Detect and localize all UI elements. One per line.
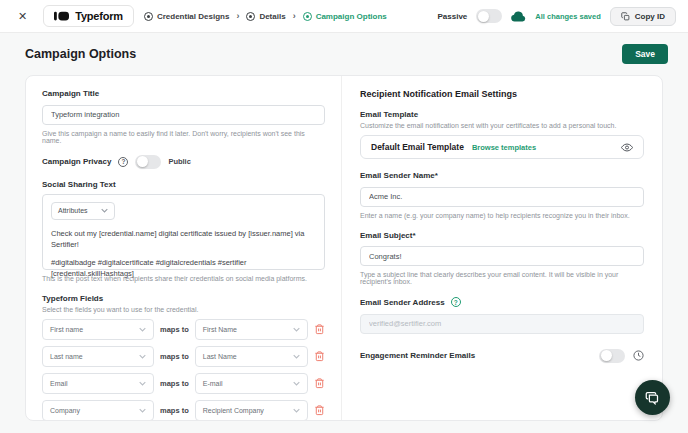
typeform-fields-label: Typeform Fields: [42, 294, 325, 303]
copy-icon: [621, 12, 630, 21]
attributes-dropdown-value: Attributes: [58, 207, 88, 214]
privacy-info-icon[interactable]: ?: [118, 157, 128, 167]
delete-mapping-button[interactable]: [314, 377, 325, 389]
step-circle-icon: [303, 12, 312, 21]
chevron-right-icon: ›: [236, 11, 239, 21]
reminder-emails-toggle[interactable]: [599, 349, 625, 363]
copy-id-label: Copy ID: [635, 12, 665, 21]
chevron-down-icon: [139, 408, 146, 413]
top-bar: ✕ Typeform Credential Designs › Details …: [0, 0, 688, 33]
step-circle-icon: [246, 12, 255, 21]
browse-templates-link[interactable]: Browse templates: [472, 143, 536, 152]
source-field-select[interactable]: First name: [42, 319, 154, 340]
close-icon[interactable]: ✕: [12, 8, 33, 25]
source-field-value: Last name: [50, 353, 83, 360]
email-subject-input[interactable]: [360, 246, 644, 266]
preview-eye-icon[interactable]: [621, 143, 633, 152]
passive-toggle[interactable]: [476, 9, 502, 23]
chevron-down-icon: [293, 408, 300, 413]
sender-address-input[interactable]: [360, 314, 644, 334]
delete-mapping-button[interactable]: [314, 323, 325, 335]
attributes-dropdown[interactable]: Attributes: [51, 202, 115, 220]
clock-icon: [633, 350, 644, 361]
chat-widget-button[interactable]: [635, 380, 670, 415]
email-template-box: Default Email Template Browse templates: [360, 135, 644, 159]
source-field-select[interactable]: Company: [42, 400, 154, 421]
delete-mapping-button[interactable]: [314, 350, 325, 362]
chevron-right-icon: ›: [293, 11, 296, 21]
step-circle-icon: [144, 12, 153, 21]
source-field-value: First name: [50, 326, 83, 333]
mapping-row: Last name maps to Last Name: [42, 346, 325, 367]
target-field-select[interactable]: First Name: [195, 319, 308, 340]
reminder-emails-label: Engagement Reminder Emails: [360, 351, 475, 360]
target-field-select[interactable]: E-mail: [195, 373, 308, 394]
target-field-select[interactable]: Last Name: [195, 346, 308, 367]
maps-to-label: maps to: [160, 406, 189, 415]
target-field-select[interactable]: Recipient Company: [195, 400, 308, 421]
target-field-value: E-mail: [203, 380, 223, 387]
breadcrumb: Credential Designs › Details › Campaign …: [144, 11, 387, 21]
typeform-fields-helper: Select the fields you want to use for th…: [42, 306, 325, 313]
mapping-row: First name maps to First Name: [42, 319, 325, 340]
save-button[interactable]: Save: [622, 44, 668, 64]
trash-icon: [314, 404, 325, 416]
social-sharing-textarea[interactable]: Attributes Check out my [credential.name…: [42, 194, 325, 270]
sender-name-input[interactable]: [360, 187, 644, 207]
maps-to-label: maps to: [160, 325, 189, 334]
email-subject-helper: Type a subject line that clearly describ…: [360, 271, 644, 285]
cloud-saved-icon: [511, 11, 526, 22]
maps-to-label: maps to: [160, 352, 189, 361]
campaign-title-input[interactable]: [42, 105, 325, 125]
passive-label: Passive: [438, 12, 468, 21]
source-field-value: Company: [50, 407, 80, 414]
campaign-title-helper: Give this campaign a name to easily find…: [42, 130, 325, 144]
target-field-value: Last Name: [203, 353, 237, 360]
campaign-privacy-toggle[interactable]: [135, 155, 161, 169]
selected-template-name: Default Email Template: [371, 142, 464, 152]
source-field-select[interactable]: Last name: [42, 346, 154, 367]
email-template-helper: Customize the email notification sent wi…: [360, 122, 644, 129]
target-field-value: First Name: [203, 326, 237, 333]
breadcrumb-credential-designs[interactable]: Credential Designs: [144, 12, 229, 21]
page-title: Campaign Options: [25, 47, 136, 61]
breadcrumb-label: Details: [259, 12, 285, 21]
email-template-label: Email Template: [360, 110, 644, 119]
target-field-value: Recipient Company: [203, 407, 264, 414]
campaign-settings-column: Campaign Title Give this campaign a name…: [26, 76, 342, 420]
copy-id-button[interactable]: Copy ID: [610, 7, 676, 26]
breadcrumb-campaign-options[interactable]: Campaign Options: [303, 12, 387, 21]
campaign-options-card: Campaign Title Give this campaign a name…: [25, 75, 663, 421]
trash-icon: [314, 323, 325, 335]
email-subject-label: Email Subject*: [360, 231, 644, 240]
delete-mapping-button[interactable]: [314, 404, 325, 416]
social-sharing-helper: This is the post text when recipients sh…: [42, 275, 325, 282]
source-field-value: Email: [50, 380, 68, 387]
typeform-logo-icon: [54, 10, 69, 22]
chevron-down-icon: [101, 208, 108, 213]
trash-icon: [314, 350, 325, 362]
chat-bubble-icon: [645, 390, 660, 405]
mapping-row: Company maps to Recipient Company: [42, 400, 325, 421]
breadcrumb-details[interactable]: Details: [246, 12, 285, 21]
sender-name-label: Email Sender Name*: [360, 171, 644, 180]
email-settings-column: Recipient Notification Email Settings Em…: [342, 76, 662, 420]
chevron-down-icon: [293, 327, 300, 332]
sender-address-info-icon[interactable]: ?: [451, 297, 461, 307]
autosave-status: All changes saved: [535, 12, 600, 21]
source-field-select[interactable]: Email: [42, 373, 154, 394]
breadcrumb-label: Campaign Options: [316, 12, 387, 21]
share-text-line1: Check out my [credential.name] digital c…: [51, 228, 316, 251]
chevron-down-icon: [139, 354, 146, 359]
mapping-row: Email maps to E-mail: [42, 373, 325, 394]
privacy-state-label: Public: [168, 157, 191, 166]
page-header: Campaign Options Save: [0, 33, 688, 75]
maps-to-label: maps to: [160, 379, 189, 388]
chevron-down-icon: [139, 327, 146, 332]
sender-address-label: Email Sender Address: [360, 298, 445, 307]
chevron-down-icon: [139, 381, 146, 386]
social-sharing-label: Social Sharing Text: [42, 180, 325, 189]
typeform-logo: Typeform: [43, 5, 134, 27]
campaign-title-label: Campaign Title: [42, 89, 325, 98]
trash-icon: [314, 377, 325, 389]
